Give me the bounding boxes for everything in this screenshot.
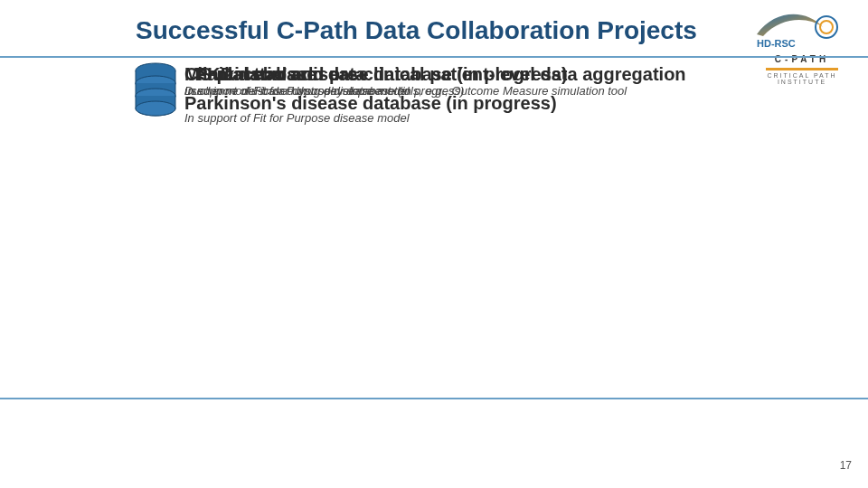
database-icon <box>132 61 179 121</box>
svg-point-5 <box>136 101 175 116</box>
subline-bottom: In support of Fit for Purpose disease mo… <box>184 112 410 125</box>
slide-title: Successful C-Path Data Collaboration Pro… <box>136 16 697 45</box>
headline-row2: Parkinson's disease database (in progres… <box>184 94 557 113</box>
page-number: 17 <box>840 459 852 472</box>
slide: Successful C-Path Data Collaboration Pro… <box>0 0 868 488</box>
svg-point-1 <box>820 21 833 33</box>
divider-bottom <box>0 398 868 399</box>
content-block: MS placebo arm data Clinical trial and p… <box>134 61 821 134</box>
hd-rsc-text: HD-RSC <box>757 38 796 49</box>
divider-top <box>0 56 868 58</box>
hd-rsc-logo-icon: HD-RSC <box>752 7 852 49</box>
svg-point-0 <box>816 16 837 38</box>
headline-overlap-4: Parkinson's disease database (in progres… <box>195 65 568 84</box>
